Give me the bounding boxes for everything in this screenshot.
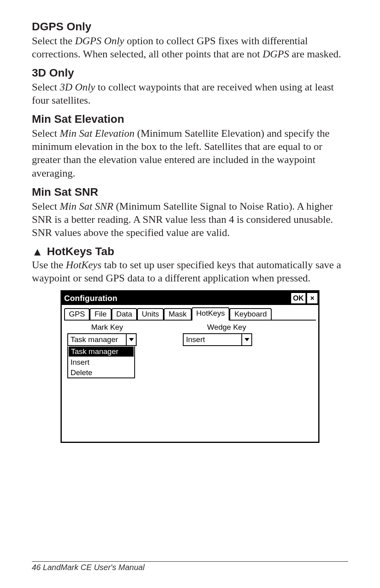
text: are masked. [289, 48, 341, 60]
hotkeys-panel: Mark Key Task manager Task manager Inser… [62, 321, 318, 442]
section-min-sat-snr: Min Sat SNR Select Min Sat SNR (Minimum … [32, 185, 348, 239]
text: Select [32, 201, 60, 212]
section-3d-only: 3D Only Select 3D Only to collect waypoi… [32, 66, 348, 107]
text: Select the [32, 35, 75, 47]
body-min-sat-elevation: Select Min Sat Elevation (Minimum Satell… [32, 127, 348, 180]
tab-keyboard[interactable]: Keyboard [229, 308, 271, 321]
configuration-screenshot: Configuration OK × GPS File Data Units M… [61, 290, 319, 443]
text: Select [32, 128, 60, 139]
tab-row: GPS File Data Units Mask HotKeys Keyboar… [62, 305, 318, 320]
body-min-sat-snr: Select Min Sat SNR (Minimum Satellite Si… [32, 200, 348, 240]
tab-file[interactable]: File [90, 308, 112, 321]
tab-hotkeys[interactable]: HotKeys [192, 307, 230, 320]
ok-button[interactable]: OK [291, 293, 306, 303]
section-dgps-only: DGPS Only Select the DGPS Only option to… [32, 20, 348, 61]
wedge-key-selected: Insert [184, 334, 241, 345]
text: Select [32, 81, 60, 93]
body-dgps-only: Select the DGPS Only option to collect G… [32, 34, 348, 61]
wedge-key-dropdown-button[interactable] [241, 334, 251, 345]
chevron-down-icon [245, 338, 249, 341]
mark-key-option-task-manager[interactable]: Task manager [69, 346, 134, 357]
close-button[interactable]: × [307, 293, 317, 303]
svg-marker-1 [245, 338, 249, 341]
mark-key-selected: Task manager [68, 334, 126, 345]
tab-mask[interactable]: Mask [164, 308, 191, 321]
section-min-sat-elevation: Min Sat Elevation Select Min Sat Elevati… [32, 112, 348, 180]
text-italic: Min Sat Elevation [60, 128, 135, 139]
text-italic: DGPS Only [75, 35, 124, 47]
page-footer: 46 LandMark CE User's Manual [32, 561, 348, 572]
tab-units[interactable]: Units [137, 308, 164, 321]
mark-key-listbox[interactable]: Task manager Insert Delete [67, 346, 135, 378]
mark-key-combo[interactable]: Task manager [67, 333, 137, 346]
heading-min-sat-snr: Min Sat SNR [32, 185, 348, 199]
heading-dgps-only: DGPS Only [32, 20, 348, 33]
body-3d-only: Select 3D Only to collect waypoints that… [32, 81, 348, 107]
text-italic: DGPS [262, 48, 289, 60]
dialog-titlebar: Configuration OK × [62, 291, 318, 305]
mark-key-label: Mark Key [67, 323, 147, 332]
configuration-dialog: Configuration OK × GPS File Data Units M… [61, 290, 319, 443]
heading-hotkeys-tab: HotKeys Tab [47, 245, 114, 258]
chevron-down-icon [129, 338, 134, 341]
tab-gps[interactable]: GPS [64, 308, 90, 321]
heading-min-sat-elevation: Min Sat Elevation [32, 112, 348, 126]
text-italic: Min Sat SNR [60, 201, 113, 212]
mark-key-column: Mark Key Task manager Task manager Inser… [67, 323, 147, 378]
heading-3d-only: 3D Only [32, 66, 348, 80]
svg-marker-0 [129, 338, 134, 341]
text-italic: HotKeys [66, 259, 102, 271]
body-hotkeys-tab: Use the HotKeys tab to set up user speci… [32, 258, 348, 285]
text-italic: 3D Only [60, 81, 95, 93]
mark-key-option-delete[interactable]: Delete [68, 368, 134, 378]
tab-data[interactable]: Data [112, 308, 137, 321]
wedge-key-label: Wedge Key [183, 323, 270, 332]
wedge-key-column: Wedge Key Insert [183, 323, 270, 378]
dialog-title: Configuration [64, 294, 290, 303]
wedge-key-combo[interactable]: Insert [183, 333, 252, 346]
up-arrow-icon: ▲ [32, 246, 43, 258]
text: Use the [32, 259, 66, 271]
mark-key-dropdown-button[interactable] [126, 334, 136, 345]
section-hotkeys-tab: ▲ HotKeys Tab Use the HotKeys tab to set… [32, 245, 348, 285]
mark-key-option-insert[interactable]: Insert [68, 357, 134, 368]
tab-underline [64, 320, 316, 321]
